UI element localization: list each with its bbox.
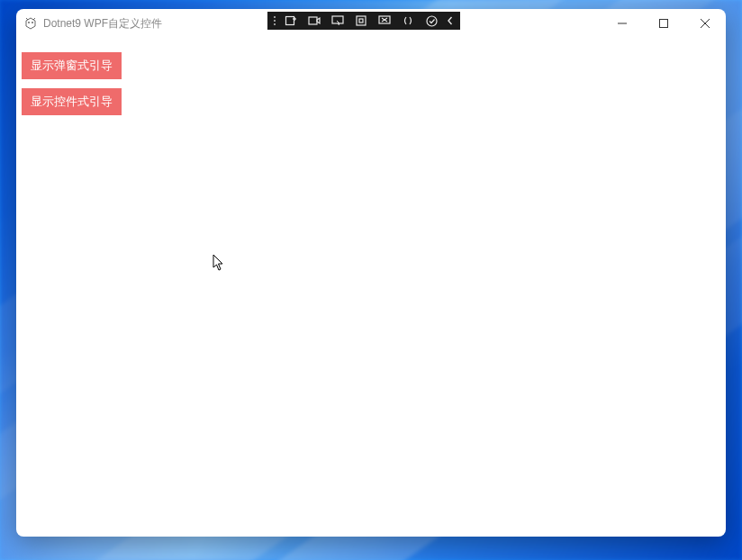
toolbar-grip[interactable] <box>271 16 278 25</box>
show-control-guide-button[interactable]: 显示控件式引导 <box>22 88 122 115</box>
svg-rect-4 <box>332 16 343 23</box>
svg-rect-6 <box>359 19 363 23</box>
recording-toolbar[interactable] <box>267 12 460 30</box>
square-target-icon[interactable] <box>350 13 372 29</box>
svg-rect-14 <box>660 20 668 28</box>
app-icon <box>23 16 38 31</box>
maximize-button[interactable] <box>643 9 684 38</box>
window-title: Dotnet9 WPF自定义控件 <box>43 16 162 32</box>
app-window: Dotnet9 WPF自定义控件 显示弹窗式引导 显示控件式引导 <box>16 9 726 537</box>
svg-point-11 <box>28 22 30 23</box>
screen-pointer-icon[interactable] <box>327 13 348 29</box>
add-capture-icon[interactable] <box>280 13 302 29</box>
chevron-left-icon[interactable] <box>444 13 457 29</box>
brackets-icon[interactable] <box>397 13 419 29</box>
minimize-button[interactable] <box>602 9 643 38</box>
check-circle-icon[interactable] <box>421 13 442 29</box>
show-popup-guide-button[interactable]: 显示弹窗式引导 <box>22 52 122 79</box>
mouse-cursor <box>213 254 223 270</box>
svg-rect-5 <box>357 16 366 25</box>
close-button[interactable] <box>684 9 726 38</box>
window-content: 显示弹窗式引导 显示控件式引导 <box>16 38 726 537</box>
svg-rect-3 <box>309 17 317 24</box>
screen-cross-icon[interactable] <box>374 13 395 29</box>
svg-point-12 <box>32 22 33 23</box>
svg-point-10 <box>427 16 437 26</box>
svg-rect-0 <box>286 17 294 25</box>
camera-icon[interactable] <box>303 13 325 29</box>
